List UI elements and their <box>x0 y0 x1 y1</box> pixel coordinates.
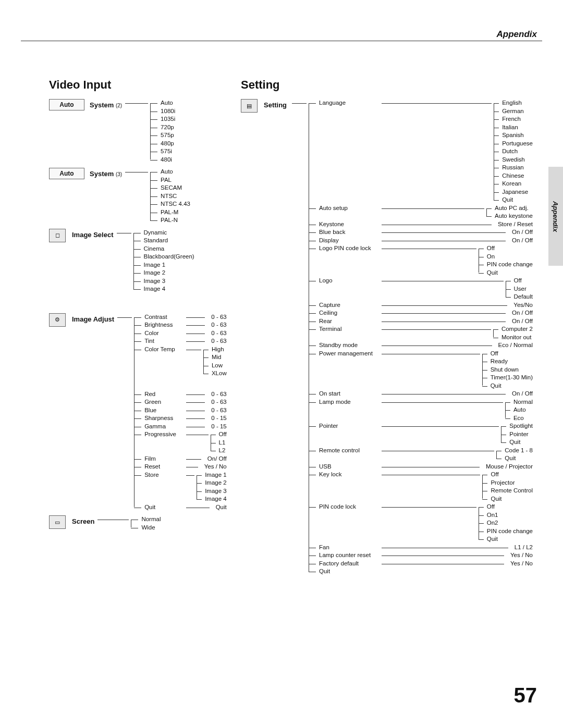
tree-value: 0 - 15 <box>209 414 226 423</box>
tree-value: Mid <box>207 353 227 362</box>
tree-values: Yes / No <box>504 551 533 560</box>
tree-value: Off <box>215 430 227 439</box>
tree-row: Standby modeEco / Normal <box>314 341 533 350</box>
system-2-block: Auto System (2) Auto1080i1035i720p575p48… <box>49 99 258 164</box>
tree-key: Quit <box>144 503 186 512</box>
tree-value: Auto keystone <box>491 212 533 220</box>
tree-values: On / Off <box>506 390 533 398</box>
system-2-label: System <box>90 101 114 109</box>
list-item: 480i <box>155 156 175 164</box>
tree-value: Chinese <box>498 172 533 180</box>
list-item: Wide <box>136 524 161 532</box>
list-item: 720p <box>155 124 175 132</box>
image-select-block: ◻ Image Select DynamicStandardCinemaBlac… <box>49 229 258 293</box>
tree-value: Dutch <box>498 147 533 156</box>
image-select-icon: ◻ <box>49 229 66 242</box>
tree-value: Eco / Normal <box>496 341 533 350</box>
tree-value: 0 - 63 <box>209 390 226 399</box>
tree-values: Code 1 - 8Quit <box>494 447 533 463</box>
list-item: 480p <box>155 140 175 148</box>
tree-value: Yes / No <box>202 463 227 471</box>
tree-value: Store / Reset <box>496 220 533 229</box>
tree-values: 0 - 63 <box>205 337 226 346</box>
tree-value: Off <box>483 244 533 253</box>
tree-key: Capture <box>319 301 382 310</box>
tree-key: Display <box>319 237 382 245</box>
tree-values: Yes / No <box>198 463 227 471</box>
tree-row: QuitQuit <box>139 503 227 512</box>
tree-value: Code 1 - 8 <box>500 447 533 455</box>
list-item: PAL <box>155 176 190 184</box>
tree-values: 0 - 63 <box>205 406 226 415</box>
tree-value: Image 2 <box>201 479 227 487</box>
tree-value: Japanese <box>498 188 533 196</box>
tree-values: Mouse / Projector <box>480 463 533 471</box>
tree-key: USB <box>319 463 382 471</box>
tree-key: Sharpness <box>144 414 186 423</box>
tree-values: OffUserDefault <box>504 277 533 301</box>
auto-chip: Auto <box>49 99 84 110</box>
tree-value: 0 - 63 <box>209 337 226 346</box>
tree-row: TerminalComputer 2Monitor out <box>314 325 533 341</box>
image-adjust-block: ⚙ Image Adjust Contrast0 - 63Brightness0… <box>49 313 258 512</box>
tree-values: Yes/No <box>507 301 533 310</box>
tree-row: RearOn / Off <box>314 317 533 326</box>
tree-value: On <box>483 253 533 261</box>
tree-value: Off <box>483 503 533 511</box>
tree-value: Quit <box>483 269 533 277</box>
list-item: PAL-M <box>155 208 190 217</box>
tree-values: On / Off <box>506 317 533 326</box>
tree-value: Ready <box>486 357 533 366</box>
system-2-list: Auto1080i1035i720p575p480p575i480i <box>148 99 175 164</box>
tree-value: Auto PC adj. <box>491 204 533 213</box>
tree-values: 0 - 63 <box>205 390 226 399</box>
side-tab-label: Appendix <box>552 201 560 231</box>
tree-value: Italian <box>498 124 533 132</box>
tree-values: Store / Reset <box>492 220 533 229</box>
tree-values: Auto PC adj.Auto keystone <box>484 204 533 220</box>
image-adjust-label: Image Adjust <box>72 313 117 323</box>
image-select-list: DynamicStandardCinemaBlackboard(Green)Im… <box>131 229 194 293</box>
tree-value: Spanish <box>498 131 533 140</box>
tree-key: Color <box>144 329 186 338</box>
tree-row: ProgressiveOffL1L2 <box>139 430 227 455</box>
tree-key: Standby mode <box>319 341 382 350</box>
tree-value: On1 <box>483 511 533 520</box>
tree-values: On/ Off <box>201 455 227 463</box>
tree-value: On / Off <box>510 309 533 317</box>
tree-key: Logo <box>319 277 382 285</box>
tree-row: Lamp counter resetYes / No <box>314 551 533 560</box>
list-item: Image 4 <box>139 285 194 293</box>
tree-value: German <box>498 107 533 116</box>
tree-values: Quit <box>210 503 227 512</box>
system-3-list: AutoPALSECAMNTSCNTSC 4.43PAL-MPAL-N <box>148 168 190 225</box>
tree-key: Logo PIN code lock <box>319 244 382 253</box>
tree-row: KeystoneStore / Reset <box>314 220 533 229</box>
auto-chip: Auto <box>49 168 84 179</box>
tree-values: NormalAutoEco <box>503 398 533 423</box>
screen-list: NormalWide <box>129 515 161 532</box>
list-item: Image 1 <box>139 261 194 269</box>
tree-row: CeilingOn / Off <box>314 309 533 317</box>
tree-key: Remote control <box>319 447 382 455</box>
tree-value: 0 - 63 <box>209 321 226 329</box>
system-3-label: System <box>90 170 114 178</box>
tree-key: Key lock <box>319 471 382 479</box>
tree-row: LogoOffUserDefault <box>314 277 533 301</box>
list-item: Blackboard(Green) <box>139 253 194 261</box>
tree-value: On / Off <box>510 228 533 237</box>
list-item: Image 3 <box>139 277 194 286</box>
tree-row: Blue0 - 63 <box>139 406 227 415</box>
tree-value: Mouse / Projector <box>484 463 533 471</box>
list-item: Auto <box>155 168 190 176</box>
tree-row: ResetYes / No <box>139 463 227 471</box>
image-adjust-tree: Contrast0 - 63Brightness0 - 63Color0 - 6… <box>132 313 227 512</box>
tree-value: Spotlight <box>505 422 533 430</box>
tree-value: L1 / L2 <box>512 544 533 552</box>
tree-value: PIN code change <box>483 527 533 536</box>
tree-value: Default <box>510 293 533 301</box>
tree-value: Quit <box>486 495 533 503</box>
tree-row: USBMouse / Projector <box>314 463 533 471</box>
tree-row: LanguageEnglishGermanFrenchItalianSpanis… <box>314 99 533 204</box>
tree-value: Swedish <box>498 156 533 164</box>
